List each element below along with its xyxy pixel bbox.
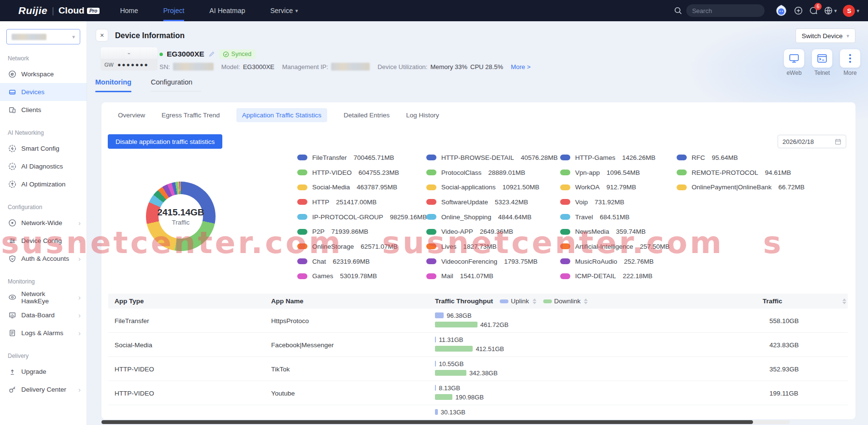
sidebar-item-device-config[interactable]: Device Config› (0, 232, 87, 250)
legend-item[interactable]: OnlinePayment|OnlineBank66.72MB (677, 180, 805, 195)
search-input[interactable]: Search (686, 4, 765, 17)
cell-app-name: HttpsProtoco (271, 309, 309, 333)
legend-item[interactable]: Voip731.92MB (560, 195, 670, 210)
tab-configuration[interactable]: Configuration (151, 78, 192, 92)
search-icon[interactable] (674, 6, 682, 15)
subtab-log-history[interactable]: Log History (406, 108, 439, 122)
legend-item[interactable]: IP-PROTOCOL-GROUP98259.16MB (297, 210, 427, 225)
col-traffic[interactable]: Traffic (763, 294, 782, 309)
legend-item[interactable]: REMOTE-PROTOCOL94.61MB (677, 165, 805, 180)
network-selector-dropdown[interactable]: ▾ (6, 29, 80, 44)
messages-icon[interactable]: 6 (809, 6, 818, 15)
downlink-value: 190.98GB (455, 394, 484, 401)
brand-logo[interactable]: Ruijie | Cloud Pro (18, 5, 100, 16)
language-selector[interactable]: ▾ (824, 6, 837, 15)
table-row[interactable]: Social-MediaFacebook|Messenger11.31GB412… (101, 333, 855, 357)
legend-item[interactable]: Social-applications10921.50MB (426, 180, 558, 195)
ai-assistant-icon[interactable] (775, 4, 788, 17)
sidebar-item-devices[interactable]: Devices (0, 83, 87, 101)
legend-item[interactable]: OnlineStorage62571.07MB (297, 239, 427, 254)
legend-item[interactable]: HTTP251417.00MB (297, 195, 427, 210)
legend-app-value: 95.64MB (712, 154, 738, 161)
more-link[interactable]: More > (511, 63, 531, 71)
legend-item[interactable]: Artificial-Intelligence257.50MB (560, 239, 670, 254)
legend-item[interactable]: VideoconFerencing1793.75MB (426, 254, 558, 269)
subtab-application-traffic-statistics[interactable]: Application Traffic Statistics (236, 108, 327, 122)
sidebar-item-ai-optimization[interactable]: AI Optimization (0, 175, 87, 193)
edit-pencil-icon[interactable] (208, 51, 215, 57)
nav-item-ai-heatmap[interactable]: AI Heatmap (209, 0, 245, 21)
legend-item[interactable]: Lives1827.73MB (426, 239, 558, 254)
sort-icons[interactable] (584, 298, 588, 304)
telnet-button[interactable]: Telnet (812, 49, 832, 76)
sidebar-item-network-wide[interactable]: Network-Wide› (0, 214, 87, 232)
nav-item-service[interactable]: Service▾ (270, 0, 298, 21)
legend-app-name: FileTransfer (312, 154, 347, 161)
legend-item[interactable]: HTTP-VIDEO604755.23MB (297, 165, 427, 180)
legend-item[interactable]: ICMP-DETAIL222.18MB (560, 269, 670, 284)
message-count-badge: 6 (814, 3, 822, 10)
disable-app-traffic-button[interactable]: Disable application traffic statistics (108, 134, 222, 149)
legend-item[interactable]: Video-APP2649.36MB (426, 224, 558, 239)
legend-item[interactable]: Chat62319.69MB (297, 254, 427, 269)
more-button[interactable]: More (840, 49, 860, 76)
tab-monitoring[interactable]: Monitoring (95, 78, 131, 92)
legend-item[interactable]: RFC95.64MB (677, 150, 805, 165)
legend-item[interactable]: MusicRoAudio252.76MB (560, 254, 670, 269)
redacted-sn (173, 63, 214, 71)
legend-item[interactable]: SoftwareUpdate5323.42MB (426, 195, 558, 210)
sidebar-item-smart-config[interactable]: Smart Config (0, 140, 87, 157)
nav-item-home[interactable]: Home (120, 0, 138, 21)
table-row[interactable]: HTTP-VIDEOYoutube8.13GB190.98GB199.11GB (101, 381, 855, 405)
eweb-button[interactable]: eWeb (784, 49, 804, 76)
legend-item[interactable]: Mail1541.07MB (426, 269, 558, 284)
nav-item-project[interactable]: Project (163, 0, 185, 21)
table-row[interactable]: 30.13GB (101, 405, 855, 419)
legend-item[interactable]: NewsMedia359.74MB (560, 224, 670, 239)
sidebar-item-hawkeye[interactable]: Network HawkEye› (0, 288, 87, 306)
legend-swatch (426, 273, 436, 279)
legend-item[interactable]: Games53019.78MB (297, 269, 427, 284)
uplink-sort[interactable]: Uplink (500, 298, 536, 305)
legend-item[interactable]: Travel684.51MB (560, 210, 670, 225)
subtab-detailed-entries[interactable]: Detailed Entries (344, 108, 390, 122)
sort-icons[interactable] (533, 298, 536, 304)
downlink-sort[interactable]: Downlink (543, 298, 588, 305)
downlink-bar (435, 322, 477, 327)
legend-item[interactable]: P2P71939.86MB (297, 224, 427, 239)
switch-device-button[interactable]: Switch Device ▾ (796, 28, 855, 43)
col-app-name[interactable]: App Name (271, 294, 304, 309)
sidebar-item-auth-accounts[interactable]: Auth & Accounts› (0, 250, 87, 268)
sidebar-item-clients[interactable]: Clients (0, 101, 87, 119)
sidebar-item-upgrade[interactable]: Upgrade (0, 363, 87, 381)
legend-item[interactable]: FileTransfer700465.71MB (297, 150, 427, 165)
horizontal-scrollbar[interactable] (101, 420, 790, 424)
legend-item[interactable]: HTTP-Games1426.26MB (560, 150, 670, 165)
date-picker[interactable]: 2026/02/18 (778, 135, 846, 148)
user-menu[interactable]: S ▾ (843, 5, 859, 17)
col-app-type[interactable]: App Type (115, 294, 144, 309)
cell-app-name: Facebook|Messenger (271, 333, 334, 357)
cell-throughput: 30.13GB (435, 408, 465, 417)
legend-item[interactable]: ProtocolClass28889.01MB (426, 165, 558, 180)
legend-item[interactable]: Vpn-app1096.54MB (560, 165, 670, 180)
legend-item[interactable]: HTTP-BROWSE-DETAIL40576.28MB (426, 150, 558, 165)
scrollbar-thumb[interactable] (101, 420, 753, 424)
legend-item[interactable]: Online_Shopping4844.64MB (426, 210, 558, 225)
logs-alarms-icon (8, 329, 16, 337)
search-area: Search (674, 4, 765, 17)
sort-icons[interactable] (842, 298, 846, 304)
sidebar-item-ai-diagnostics[interactable]: AIAI Diagnostics (0, 157, 87, 175)
sidebar-item-data-board[interactable]: Data-Board› (0, 306, 87, 324)
sidebar-item-logs-alarms[interactable]: Logs & Alarms› (0, 324, 87, 342)
close-icon[interactable]: × (96, 29, 108, 42)
legend-item[interactable]: WorkOA912.79MB (560, 180, 670, 195)
table-row[interactable]: HTTP-VIDEOTikTok10.55GB342.38GB352.93GB (101, 357, 855, 381)
table-row[interactable]: FileTransferHttpsProtoco96.38GB461.72GB5… (101, 309, 855, 333)
subtab-egress-traffic-trend[interactable]: Egress Traffic Trend (161, 108, 220, 122)
sidebar-item-workspace[interactable]: Workspace (0, 65, 87, 83)
subtab-overview[interactable]: Overview (118, 108, 145, 122)
legend-item[interactable]: Social-Media463787.95MB (297, 180, 427, 195)
add-icon[interactable] (794, 6, 803, 15)
sidebar-item-delivery-center[interactable]: Delivery Center› (0, 381, 87, 398)
